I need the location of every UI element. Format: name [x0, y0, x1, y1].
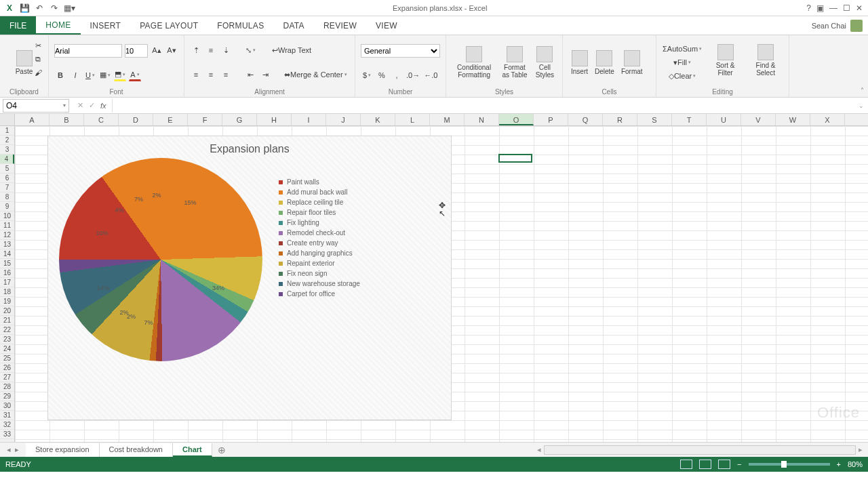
- increase-decimal-icon[interactable]: .0→: [406, 69, 420, 81]
- autosum-button[interactable]: Σ AutoSum: [662, 43, 703, 55]
- column-header[interactable]: U: [707, 114, 741, 125]
- column-header[interactable]: H: [257, 114, 292, 125]
- decrease-font-icon[interactable]: A▾: [165, 45, 178, 57]
- horizontal-scrollbar[interactable]: ◂ ▸: [231, 445, 868, 455]
- row-header[interactable]: 29: [0, 392, 14, 401]
- fill-button[interactable]: ▾ Fill: [662, 56, 703, 68]
- format-as-table-button[interactable]: Format as Table: [498, 45, 531, 80]
- user-account[interactable]: Sean Chai: [812, 16, 868, 35]
- row-header[interactable]: 13: [0, 240, 14, 249]
- row-header[interactable]: 17: [0, 278, 14, 287]
- font-name-input[interactable]: [54, 44, 122, 58]
- align-center-icon[interactable]: ≡: [205, 68, 217, 81]
- cut-icon[interactable]: ✂: [32, 39, 44, 52]
- enter-formula-icon[interactable]: ✓: [89, 101, 95, 110]
- minimize-icon[interactable]: —: [829, 3, 837, 13]
- help-icon[interactable]: ?: [806, 3, 811, 13]
- save-icon[interactable]: 💾: [19, 3, 30, 14]
- align-top-icon[interactable]: ⇡: [190, 44, 202, 56]
- row-header[interactable]: 31: [0, 411, 14, 420]
- percent-icon[interactable]: %: [376, 69, 388, 81]
- clear-button[interactable]: ◇ Clear: [662, 70, 703, 82]
- row-headers[interactable]: 1234567891011121314151617181920212223242…: [0, 126, 15, 442]
- row-header[interactable]: 5: [0, 164, 14, 174]
- tab-home[interactable]: HOME: [36, 16, 80, 35]
- copy-icon[interactable]: ⧉: [32, 53, 44, 65]
- row-header[interactable]: 10: [0, 211, 14, 221]
- row-header[interactable]: 4: [0, 155, 14, 164]
- maximize-icon[interactable]: ☐: [843, 3, 850, 13]
- align-bottom-icon[interactable]: ⇣: [220, 44, 232, 56]
- select-all-corner[interactable]: [0, 114, 15, 125]
- column-header[interactable]: F: [188, 114, 222, 125]
- merge-center-button[interactable]: ⬌ Merge & Center: [283, 68, 348, 81]
- tab-insert[interactable]: INSERT: [81, 16, 131, 35]
- row-header[interactable]: 20: [0, 306, 14, 316]
- row-header[interactable]: 24: [0, 344, 14, 354]
- add-sheet-button[interactable]: ⊕: [212, 445, 231, 455]
- sort-filter-button[interactable]: Sort & Filter: [709, 43, 741, 78]
- embedded-chart[interactable]: Expansion plans 15%34%7%2%2%14%10%4%7%2%…: [47, 136, 452, 420]
- row-header[interactable]: 8: [0, 192, 14, 202]
- row-header[interactable]: 19: [0, 297, 14, 306]
- cell-styles-button[interactable]: Cell Styles: [533, 45, 557, 80]
- name-box[interactable]: O4: [3, 99, 69, 113]
- column-header[interactable]: R: [603, 114, 637, 125]
- column-header[interactable]: P: [534, 114, 568, 125]
- fill-color-button[interactable]: ⬒: [114, 69, 126, 81]
- row-header[interactable]: 26: [0, 363, 14, 373]
- row-header[interactable]: 15: [0, 259, 14, 268]
- row-header[interactable]: 3: [0, 145, 14, 155]
- tab-page-layout[interactable]: PAGE LAYOUT: [130, 16, 208, 35]
- column-header[interactable]: T: [672, 114, 707, 125]
- worksheet-area[interactable]: ABCDEFGHIJKLMNOPQRSTUVWX 123456789101112…: [0, 114, 868, 442]
- row-header[interactable]: 14: [0, 249, 14, 259]
- row-header[interactable]: 18: [0, 287, 14, 297]
- row-header[interactable]: 32: [0, 420, 14, 430]
- row-header[interactable]: 25: [0, 354, 14, 363]
- cancel-formula-icon[interactable]: ✕: [77, 101, 83, 110]
- formula-input[interactable]: [112, 99, 854, 113]
- qat-customize-icon[interactable]: ▦▾: [64, 3, 75, 14]
- redo-icon[interactable]: ↷: [49, 3, 60, 14]
- column-header[interactable]: N: [465, 114, 499, 125]
- align-right-icon[interactable]: ≡: [220, 68, 232, 81]
- column-header[interactable]: E: [153, 114, 188, 125]
- column-header[interactable]: Q: [568, 114, 603, 125]
- bold-button[interactable]: B: [54, 69, 66, 81]
- zoom-in-icon[interactable]: +: [837, 460, 841, 468]
- delete-cells-button[interactable]: Delete: [592, 49, 617, 77]
- decrease-indent-icon[interactable]: ⇤: [244, 68, 256, 81]
- column-header[interactable]: M: [430, 114, 465, 125]
- row-header[interactable]: 12: [0, 230, 14, 240]
- column-headers[interactable]: ABCDEFGHIJKLMNOPQRSTUVWX: [0, 114, 868, 126]
- align-left-icon[interactable]: ≡: [190, 68, 202, 81]
- tab-review[interactable]: REVIEW: [314, 16, 366, 35]
- row-header[interactable]: 21: [0, 316, 14, 325]
- format-painter-icon[interactable]: 🖌: [32, 66, 44, 79]
- number-format-select[interactable]: General: [361, 44, 440, 58]
- conditional-formatting-button[interactable]: Conditional Formatting: [452, 45, 496, 80]
- row-header[interactable]: 1: [0, 126, 14, 136]
- zoom-level[interactable]: 80%: [848, 460, 863, 468]
- row-header[interactable]: 2: [0, 136, 14, 145]
- border-button[interactable]: ▦: [99, 69, 111, 81]
- cell-grid[interactable]: Expansion plans 15%34%7%2%2%14%10%4%7%2%…: [15, 126, 868, 442]
- collapse-ribbon-icon[interactable]: ˄: [861, 87, 864, 94]
- row-header[interactable]: 28: [0, 382, 14, 392]
- currency-icon[interactable]: $: [361, 69, 373, 81]
- row-header[interactable]: 6: [0, 174, 14, 183]
- decrease-decimal-icon[interactable]: ←.0: [423, 69, 438, 81]
- row-header[interactable]: 11: [0, 221, 14, 230]
- zoom-out-icon[interactable]: −: [737, 460, 741, 468]
- sheet-tab[interactable]: Cost breakdown: [100, 443, 174, 457]
- zoom-slider[interactable]: [749, 463, 830, 466]
- column-header[interactable]: L: [395, 114, 430, 125]
- insert-cells-button[interactable]: Insert: [568, 49, 591, 77]
- fx-icon[interactable]: fx: [100, 102, 106, 110]
- column-header[interactable]: V: [741, 114, 776, 125]
- tab-data[interactable]: DATA: [273, 16, 313, 35]
- row-header[interactable]: 22: [0, 325, 14, 335]
- row-header[interactable]: 9: [0, 202, 14, 211]
- column-header[interactable]: B: [50, 114, 84, 125]
